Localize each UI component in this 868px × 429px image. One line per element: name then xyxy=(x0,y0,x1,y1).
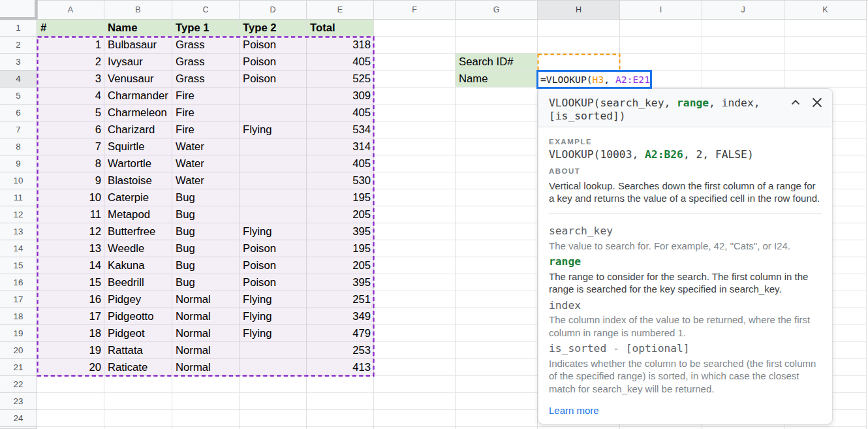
cell[interactable]: 1 xyxy=(37,37,104,54)
row-header-14[interactable]: 14 xyxy=(0,240,37,257)
cell[interactable]: Poison xyxy=(240,37,307,54)
cell[interactable]: 309 xyxy=(307,87,374,104)
column-header-d[interactable]: D xyxy=(240,0,307,20)
cell[interactable]: Bug xyxy=(172,223,240,240)
cell[interactable]: Flying xyxy=(240,121,307,138)
select-all-corner[interactable] xyxy=(0,0,37,20)
cell[interactable]: Raticate xyxy=(104,359,172,376)
cell[interactable]: 4 xyxy=(37,87,104,104)
cell[interactable]: Water xyxy=(172,172,240,189)
cell[interactable]: Bug xyxy=(172,240,240,257)
cell[interactable]: Normal xyxy=(172,308,240,325)
cell[interactable]: Weedle xyxy=(104,240,172,257)
cell[interactable]: 195 xyxy=(307,240,374,257)
cell[interactable]: 314 xyxy=(307,138,374,155)
row-header-22[interactable]: 22 xyxy=(0,376,37,393)
cell[interactable]: 6 xyxy=(37,121,104,138)
cell[interactable]: 349 xyxy=(307,308,374,325)
cell[interactable]: Bug xyxy=(172,257,240,274)
row-header-12[interactable]: 12 xyxy=(0,206,37,223)
cell[interactable]: Flying xyxy=(240,308,307,325)
cell[interactable]: Normal xyxy=(172,291,240,308)
cell[interactable]: Normal xyxy=(172,325,240,342)
row-header-19[interactable]: 19 xyxy=(0,325,37,342)
cell[interactable]: Fire xyxy=(172,121,240,138)
cell[interactable]: 3 xyxy=(37,71,104,87)
cell[interactable]: Rattata xyxy=(104,342,172,359)
cell[interactable]: Bug xyxy=(172,206,240,223)
row-header-3[interactable]: 3 xyxy=(0,54,37,71)
table-header-cell[interactable]: Type 2 xyxy=(240,20,307,37)
cell[interactable]: 16 xyxy=(37,291,104,308)
cell[interactable]: 14 xyxy=(37,257,104,274)
cell[interactable]: Caterpie xyxy=(104,189,172,206)
row-header-10[interactable]: 10 xyxy=(0,172,37,189)
cell[interactable]: Poison xyxy=(240,274,307,291)
column-header-i[interactable]: I xyxy=(620,0,702,20)
cell[interactable]: 10 xyxy=(37,189,104,206)
cell[interactable]: 395 xyxy=(307,274,374,291)
cell[interactable]: Charmander xyxy=(104,87,172,104)
cell[interactable]: 253 xyxy=(307,342,374,359)
table-header-cell[interactable]: # xyxy=(37,20,104,37)
cell[interactable]: 195 xyxy=(307,189,374,206)
cell[interactable]: Bug xyxy=(172,274,240,291)
column-header-b[interactable]: B xyxy=(104,0,172,20)
cell[interactable]: 19 xyxy=(37,342,104,359)
cell[interactable]: Bug xyxy=(172,189,240,206)
row-header-13[interactable]: 13 xyxy=(0,223,37,240)
row-header-15[interactable]: 15 xyxy=(0,257,37,274)
cell[interactable]: Charmeleon xyxy=(104,104,172,121)
column-header-c[interactable]: C xyxy=(172,0,240,20)
cell[interactable]: Kakuna xyxy=(104,257,172,274)
cell[interactable]: 13 xyxy=(37,240,104,257)
row-header-2[interactable]: 2 xyxy=(0,37,37,54)
cell[interactable]: Flying xyxy=(240,223,307,240)
cell[interactable]: Bulbasaur xyxy=(104,37,172,54)
cell[interactable]: 7 xyxy=(37,138,104,155)
cell[interactable]: Poison xyxy=(240,71,307,87)
cell[interactable]: 2 xyxy=(37,54,104,71)
row-header-11[interactable]: 11 xyxy=(0,189,37,206)
cell[interactable]: Grass xyxy=(172,71,240,87)
row-header-18[interactable]: 18 xyxy=(0,308,37,325)
cell[interactable]: Ivysaur xyxy=(104,54,172,71)
cell[interactable]: Pidgey xyxy=(104,291,172,308)
cell[interactable]: Charizard xyxy=(104,121,172,138)
cell[interactable]: Poison xyxy=(240,240,307,257)
cell[interactable]: 11 xyxy=(37,206,104,223)
cell[interactable]: Butterfree xyxy=(104,223,172,240)
cell[interactable]: 405 xyxy=(307,104,374,121)
cell[interactable]: Poison xyxy=(240,54,307,71)
cell[interactable]: 17 xyxy=(37,308,104,325)
table-header-cell[interactable]: Name xyxy=(104,20,172,37)
cell[interactable]: 534 xyxy=(307,121,374,138)
column-header-h[interactable]: H xyxy=(538,0,620,20)
cell[interactable]: Metapod xyxy=(104,206,172,223)
close-popup-icon[interactable] xyxy=(812,97,822,108)
column-header-a[interactable]: A xyxy=(37,0,104,20)
cell[interactable]: Water xyxy=(172,155,240,172)
cell[interactable]: 9 xyxy=(37,172,104,189)
cell[interactable]: 205 xyxy=(307,257,374,274)
cell[interactable]: 479 xyxy=(307,325,374,342)
learn-more-link[interactable]: Learn more xyxy=(549,405,599,416)
cell[interactable]: Fire xyxy=(172,87,240,104)
row-header-23[interactable]: 23 xyxy=(0,393,37,410)
cell[interactable]: 395 xyxy=(307,223,374,240)
cell[interactable]: 525 xyxy=(307,71,374,87)
row-header-21[interactable]: 21 xyxy=(0,359,37,376)
column-header-j[interactable]: J xyxy=(702,0,784,20)
cell[interactable]: Flying xyxy=(240,291,307,308)
row-header-7[interactable]: 7 xyxy=(0,121,37,138)
cell[interactable]: 5 xyxy=(37,104,104,121)
column-header-g[interactable]: G xyxy=(456,0,538,20)
row-header-5[interactable]: 5 xyxy=(0,87,37,104)
cell[interactable]: Fire xyxy=(172,104,240,121)
collapse-popup-icon[interactable] xyxy=(791,98,800,107)
cell[interactable]: 15 xyxy=(37,274,104,291)
cell[interactable]: Pidgeotto xyxy=(104,308,172,325)
cell[interactable]: Squirtle xyxy=(104,138,172,155)
cell[interactable]: Beedrill xyxy=(104,274,172,291)
cell[interactable]: Water xyxy=(172,138,240,155)
